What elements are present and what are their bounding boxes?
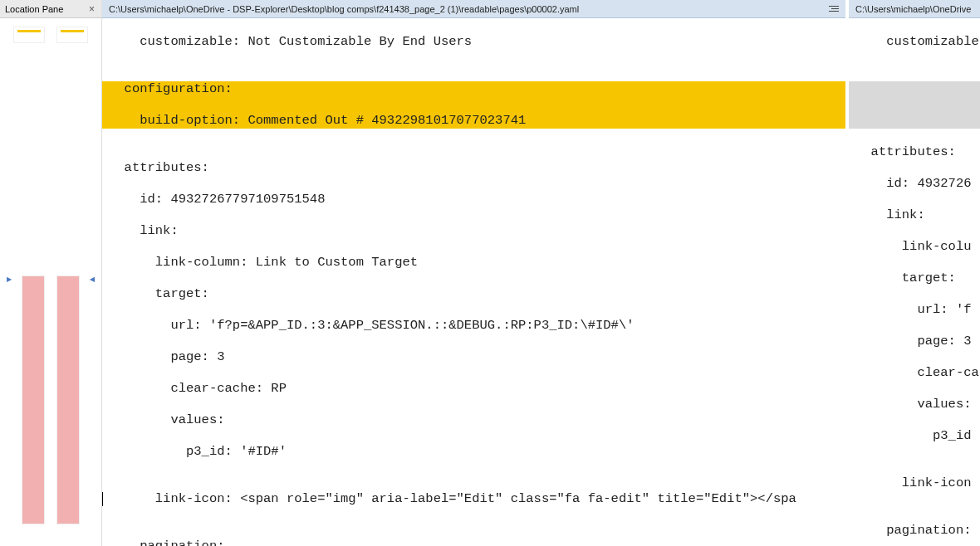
code-line: values: (849, 397, 980, 412)
code-line: page: 3 (102, 349, 845, 365)
code-line: link-icon: <span role="img" aria-label="… (102, 491, 845, 507)
editor-left: C:\Users\michaelp\OneDrive - DSP-Explore… (102, 0, 845, 546)
code-line: customizable: Not Customizable By End Us… (102, 34, 845, 50)
editor-left-tab[interactable]: C:\Users\michaelp\OneDrive - DSP-Explore… (102, 0, 845, 18)
location-pane-header: Location Pane × (0, 0, 101, 18)
code-line: link-icon (849, 475, 980, 491)
diff-bar-right[interactable] (56, 275, 80, 524)
code-line: link: (849, 207, 980, 223)
editor-right-body[interactable]: customizable attributes: id: 4932726 lin… (849, 18, 980, 546)
location-pane: Location Pane × ▶ ▶ (0, 0, 102, 546)
code-line: id: 4932726 (849, 176, 980, 192)
diff-arrow-right-icon[interactable]: ▶ (7, 275, 13, 283)
editor-right-path: C:\Users\michaelp\OneDrive (855, 4, 973, 14)
location-thumb-right[interactable] (56, 27, 88, 43)
code-line: attributes: (849, 144, 980, 160)
code-line: page: 3 (849, 334, 980, 349)
diff-bar-left[interactable] (22, 275, 45, 524)
diff-missing-block (849, 81, 980, 129)
location-thumb-row (7, 27, 95, 43)
code-line: customizable (849, 34, 980, 50)
diff-arrow-left-icon[interactable]: ▶ (88, 275, 95, 283)
code-line: target: (849, 271, 980, 286)
code-line: p3_id: '#ID#' (102, 444, 845, 460)
location-pane-body[interactable]: ▶ ▶ (0, 18, 101, 546)
code-line: link-colu (849, 239, 980, 255)
diff-highlight-block: configuration: build-option: Commented O… (102, 81, 845, 129)
code-line: configuration: (109, 81, 845, 97)
code-line: url: 'f?p=&APP_ID.:3:&APP_SESSION.::&DEB… (102, 318, 845, 334)
code-line: values: (102, 412, 845, 428)
code-line: pagination: (102, 539, 845, 546)
code-line: target: (102, 286, 845, 302)
editor-left-body[interactable]: customizable: Not Customizable By End Us… (102, 18, 845, 546)
code-line: link: (102, 223, 845, 239)
location-pane-title: Location Pane (5, 4, 84, 14)
app-root: Location Pane × ▶ ▶ C:\Users\micha (0, 0, 980, 546)
code-line: url: 'f (849, 302, 980, 318)
code-line: pagination: (849, 523, 980, 539)
location-thumb-left[interactable] (13, 27, 45, 43)
code-line: id: 49327267797109751548 (102, 192, 845, 207)
editor-right: C:\Users\michaelp\OneDrive customizable … (845, 0, 980, 546)
code-line: p3_id (849, 428, 980, 444)
code-line: attributes: (102, 160, 845, 176)
code-line: clear-cache: RP (102, 381, 845, 397)
code-line: link-column: Link to Custom Target (102, 255, 845, 271)
editor-right-tab[interactable]: C:\Users\michaelp\OneDrive (849, 0, 980, 18)
code-line: build-option: Commented Out # 4932298101… (109, 113, 845, 129)
editor-area: C:\Users\michaelp\OneDrive - DSP-Explore… (102, 0, 980, 546)
close-icon[interactable]: × (87, 3, 96, 15)
location-diff-row: ▶ ▶ (7, 275, 95, 524)
editor-left-path: C:\Users\michaelp\OneDrive - DSP-Explore… (109, 4, 822, 14)
hamburger-icon[interactable] (827, 6, 839, 12)
code-line: clear-ca (849, 365, 980, 381)
